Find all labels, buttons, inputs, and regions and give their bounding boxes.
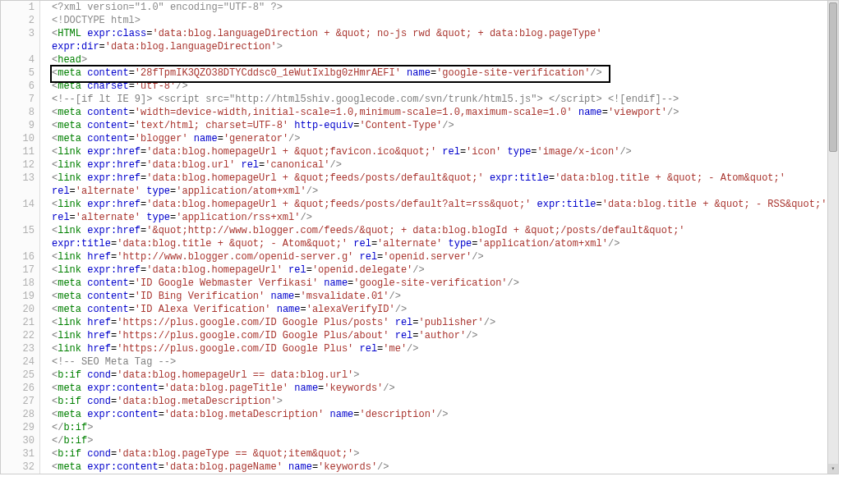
code-line[interactable]: <link href='https://plus.google.com/ID G… (52, 329, 828, 342)
code-line[interactable]: <b:if cond='data:blog.homepageUrl == dat… (52, 369, 828, 382)
line-number: 7 (1, 93, 35, 106)
code-line[interactable]: <link href='https://plus.google.com/ID G… (52, 316, 828, 329)
code-area[interactable]: <?xml version="1.0" encoding="UTF-8" ?><… (40, 1, 828, 474)
code-line[interactable]: <meta content='28fTpmIK3QZO38DTYCddsc0_1… (52, 66, 828, 80)
line-number: 6 (1, 80, 35, 93)
line-number: 17 (1, 263, 35, 277)
code-line[interactable]: <link expr:href='&quot;http://www.blogge… (52, 224, 828, 250)
line-number: 28 (1, 408, 35, 421)
code-line[interactable]: <!--[if lt IE 9]> <script src="http://ht… (52, 93, 828, 106)
scrollbar-thumb[interactable] (829, 2, 837, 152)
code-line[interactable]: </b:if> (52, 434, 828, 447)
code-line[interactable]: <link expr:href='data:blog.homepageUrl +… (52, 172, 828, 198)
line-number: 4 (1, 53, 35, 66)
line-number: 25 (1, 369, 35, 382)
code-line[interactable]: <meta content='ID Bing Verification' nam… (52, 290, 828, 303)
line-number: 20 (1, 303, 35, 316)
line-number: 9 (1, 119, 35, 132)
code-line[interactable]: <head> (52, 53, 828, 66)
line-number: 29 (1, 421, 35, 434)
code-line[interactable]: <meta content='width=device-width,initia… (52, 106, 828, 119)
line-number: 5 (1, 66, 35, 80)
code-line[interactable]: <link expr:href='data:blog.url' rel='can… (52, 158, 828, 172)
line-number: 24 (1, 355, 35, 369)
line-number: 23 (1, 342, 35, 355)
code-line[interactable]: <meta expr:content='data:blog.metaDescri… (52, 408, 828, 421)
code-line[interactable]: <link href='http://www.blogger.com/openi… (52, 250, 828, 263)
vertical-scrollbar[interactable]: ▾ (827, 1, 838, 474)
line-number: 18 (1, 277, 35, 290)
code-line[interactable]: <meta content='ID Alexa Verification' na… (52, 303, 828, 316)
line-number: 26 (1, 382, 35, 395)
code-line[interactable]: <meta charset='utf-8'/> (52, 80, 828, 93)
code-line[interactable]: <HTML expr:class='data:blog.languageDire… (52, 27, 828, 53)
line-number: 2 (1, 14, 35, 27)
code-line[interactable]: <b:if cond='data:blog.pageType == &quot;… (52, 447, 828, 460)
code-line[interactable]: <link expr:href='data:blog.homepageUrl +… (52, 198, 828, 224)
scrollbar-down-arrow[interactable]: ▾ (828, 464, 838, 474)
line-number: 27 (1, 395, 35, 408)
line-number: 11 (1, 145, 35, 158)
code-line[interactable]: <meta content='blogger' name='generator'… (52, 132, 828, 145)
line-number: 3 (1, 27, 35, 53)
line-number: 31 (1, 447, 35, 460)
code-line[interactable]: <meta content='text/html; charset=UTF-8'… (52, 119, 828, 132)
code-line[interactable]: <!DOCTYPE html> (52, 14, 828, 27)
line-number: 16 (1, 250, 35, 263)
line-number: 12 (1, 158, 35, 172)
code-line[interactable]: <b:if cond='data:blog.metaDescription'> (52, 395, 828, 408)
line-number: 14 (1, 198, 35, 224)
code-line[interactable]: <meta expr:content='data:blog.pageName' … (52, 460, 828, 474)
line-number: 21 (1, 316, 35, 329)
code-line[interactable]: <!-- SEO Meta Tag --> (52, 355, 828, 369)
line-number: 15 (1, 224, 35, 250)
code-line[interactable]: <?xml version="1.0" encoding="UTF-8" ?> (52, 1, 828, 14)
line-number: 30 (1, 434, 35, 447)
code-line[interactable]: </b:if> (52, 421, 828, 434)
line-number: 1 (1, 1, 35, 14)
line-number: 33 (1, 474, 35, 474)
code-line[interactable]: <meta expr:content='data:blog.pageTitle'… (52, 382, 828, 395)
line-number: 10 (1, 132, 35, 145)
code-line[interactable]: <meta content='ID Google Webmaster Verfi… (52, 277, 828, 290)
line-number-gutter: 1234567891011121314151617181920212223242… (1, 1, 40, 474)
line-number: 8 (1, 106, 35, 119)
code-line[interactable]: <link href='https://plus.google.com/ID G… (52, 342, 828, 355)
code-line[interactable]: <link expr:href='data:blog.homepageUrl +… (52, 145, 828, 158)
code-line[interactable]: <b:if cond='data:blog.metaDescription'> (52, 474, 828, 474)
line-number: 13 (1, 172, 35, 198)
code-editor[interactable]: 1234567891011121314151617181920212223242… (0, 0, 839, 474)
code-line[interactable]: <link expr:href='data:blog.homepageUrl' … (52, 263, 828, 277)
line-number: 32 (1, 460, 35, 474)
line-number: 22 (1, 329, 35, 342)
line-number: 19 (1, 290, 35, 303)
